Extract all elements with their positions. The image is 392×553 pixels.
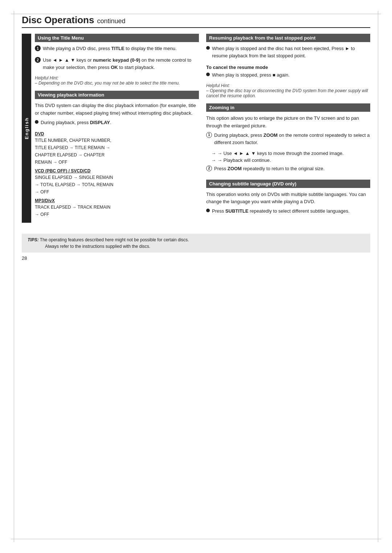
vcd-line-0: SINGLE ELAPSED → SINGLE REMAIN [35,174,199,181]
viewing-playback-header: Viewing playback information [35,91,199,99]
subtitle-suffix: repeatedly to select different subtitle … [248,208,350,214]
mp3-label: MP3/DivX [35,198,199,203]
zoom-step2: 2 Press ZOOM repeatedly to return to the… [206,165,370,175]
subtitle-bold: SUBTITLE [225,208,249,214]
step2-end: to start playback. [118,65,155,70]
tips-bar: TIPS: The operating features described h… [22,234,370,253]
display-bold: DISPLAY [90,120,110,125]
cancel-bullet-dot [206,73,210,76]
display-suffix: . [110,120,111,125]
resume-body: When play is stopped and the disc has no… [212,45,370,60]
zoom-step1-num: 1 [206,132,212,138]
zoom-step2-bold: ZOOM [228,166,242,171]
zoom-step1-text: During playback, press ZOOM on the remot… [214,132,370,146]
display-bullet-dot [35,120,38,124]
page-title: Disc Operations [22,15,94,26]
tips-label: TIPS: [28,237,39,242]
hint2-label: Helpful Hint: [206,83,370,88]
zoom-step2-text: Press ZOOM repeatedly to return to the o… [214,165,324,172]
dvd-line-3: REMAIN → OFF [35,159,199,165]
zoom-arrow1-text: → Use ◄ ► ▲ ▼ keys to move through the z… [217,151,344,156]
vcd-line-2: → OFF [35,189,199,195]
dvd-label: DVD [35,131,199,136]
cancel-resume-bullet: When play is stopped, press ■ again. [206,71,370,81]
border-line-top [11,14,381,14]
subtitle-prefix: Press [212,208,225,214]
zoom-step1: 1 During playback, press ZOOM on the rem… [206,132,370,148]
vcd-label: VCD (PBC OFF) / SVCD/CD [35,168,199,173]
main-content: English Using the Title Menu 1 While pla… [22,34,370,223]
border-line-bottom [11,539,381,539]
tips-line1: The operating features described here mi… [40,237,189,242]
page-title-row: Disc Operations continued [22,15,370,28]
border-line-left [14,11,14,542]
subtitle-header: Changing subtitle language (DVD only) [206,180,370,188]
display-prefix: During playback, press [41,120,90,125]
zoom-arrow2-text: → Playback will continue. [217,157,271,163]
page-title-continued: continued [97,17,125,25]
dvd-display-section: DVD TITLE NUMBER, CHAPTER NUMBER, TITLE … [35,131,199,165]
arrow2-sym: → [211,157,216,163]
vcd-display-section: VCD (PBC OFF) / SVCD/CD SINGLE ELAPSED →… [35,168,199,195]
step1-text: While playing a DVD disc, press TITLE to… [43,45,177,52]
section-resume-playback: Resuming playback from the last stopped … [206,34,370,98]
step2-bold: numeric keypad (0-9) [93,57,140,63]
dvd-line-0: TITLE NUMBER, CHAPTER NUMBER, [35,137,199,144]
zooming-body: This option allows you to enlarge the pi… [206,115,370,129]
zooming-header: Zooming in [206,103,370,112]
vcd-line-1: → TOTAL ELAPSED → TOTAL REMAIN [35,181,199,188]
step1-number: 1 [35,45,41,51]
zoom-arrow1: → → Use ◄ ► ▲ ▼ keys to move through the… [211,151,370,156]
zoom-step2-num: 2 [206,165,212,171]
title-menu-step2: 2 Use ◄ ► ▲ ▼ keys or numeric keypad (0-… [35,57,199,73]
step2-text: Use ◄ ► ▲ ▼ keys or numeric keypad (0-9)… [43,57,199,71]
resume-bullet-dot [206,46,210,50]
zoom-step2-suffix: repeatedly to return to the original siz… [242,166,324,171]
cancel-resume-body: When play is stopped, press ■ again. [212,71,290,79]
cancel-suffix: again. [275,72,290,78]
step1-bold: TITLE [111,46,124,51]
columns-container: Using the Title Menu 1 While playing a D… [31,34,370,223]
left-column: Using the Title Menu 1 While playing a D… [35,34,199,223]
subtitle-body: This operation works only on DVDs with m… [206,191,370,205]
resume-header: Resuming playback from the last stopped … [206,34,370,42]
zoom-arrow2: → → Playback will continue. [211,157,370,163]
viewing-playback-body: This DVD system can display the disc pla… [35,102,199,116]
zoom-step1-prefix: During playback, press [214,132,264,138]
subtitle-bullet-text: Press SUBTITLE repeatedly to select diff… [212,208,350,215]
cancel-prefix: When play is stopped, press [212,72,273,78]
step1-suffix: to display the title menu. [124,46,177,51]
mp3-line-0: TRACK ELAPSED → TRACK REMAIN [35,204,199,210]
dvd-line-1: TITLE ELAPSED → TITLE REMAIN → [35,144,199,151]
hint1-text: – Depending on the DVD disc, you may not… [35,81,199,86]
hint2-text: – Opening the disc tray or disconnecting… [206,88,370,98]
title-menu-step1: 1 While playing a DVD disc, press TITLE … [35,45,199,54]
subtitle-bullet: Press SUBTITLE repeatedly to select diff… [206,208,370,217]
display-bullet-text: During playback, press DISPLAY. [41,119,111,126]
sidebar-english-tab: English [22,34,31,223]
dvd-line-2: CHAPTER ELAPSED → CHAPTER [35,152,199,158]
step2-prefix: Use ◄ ► ▲ ▼ keys or [43,57,93,63]
step2-number: 2 [35,57,41,63]
cancel-symbol: ■ [273,72,275,78]
subtitle-bullet-dot [206,209,210,212]
border-line-right [378,11,378,542]
step1-prefix: While playing a DVD disc, press [43,46,111,51]
title-menu-header: Using the Title Menu [35,34,199,42]
section-viewing-playback: Viewing playback information This DVD sy… [35,91,199,217]
page-number: 28 [22,255,370,261]
cancel-resume-title: To cancel the resume mode [206,65,370,70]
zoom-step2-prefix: Press [214,166,228,171]
tips-line2: Always refer to the instructions supplie… [28,244,150,249]
arrow1-sym: → [211,151,216,156]
resume-bullet: When play is stopped and the disc has no… [206,45,370,62]
step2-ok: OK [111,65,118,70]
right-column: Resuming playback from the last stopped … [206,34,370,223]
zoom-step1-bold: ZOOM [264,132,278,138]
mp3-line-1: → OFF [35,211,199,218]
section-title-menu: Using the Title Menu 1 While playing a D… [35,34,199,86]
mp3-display-section: MP3/DivX TRACK ELAPSED → TRACK REMAIN → … [35,198,199,218]
section-zooming: Zooming in This option allows you to enl… [206,103,370,175]
hint1-label: Helpful Hint: [35,75,199,81]
display-bullet: During playback, press DISPLAY. [35,119,199,128]
